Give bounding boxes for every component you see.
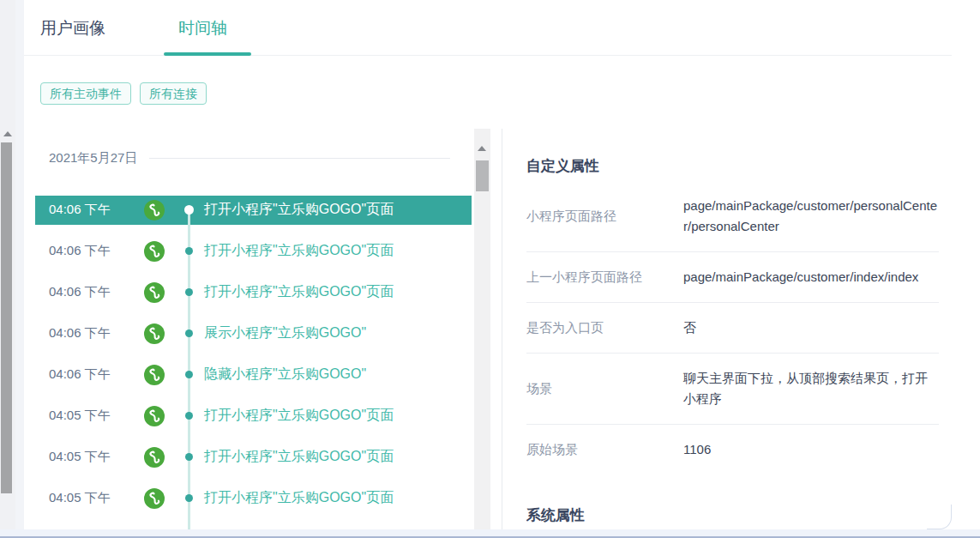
event-time: 04:05 下午 [49, 408, 111, 424]
timeline-dot [185, 247, 193, 255]
timeline-list-scrollbar[interactable] [474, 129, 490, 529]
timeline-event-row[interactable]: 04:06 下午 打开小程序"立乐购GOGO"页面 [24, 231, 474, 272]
wechat-miniprogram-icon [144, 406, 165, 426]
timeline-event-row[interactable]: 04:05 下午 打开小程序"立乐购GOGO"页面 [24, 396, 474, 437]
wechat-miniprogram-icon [144, 282, 165, 303]
date-label: 2021年5月27日 [49, 150, 137, 166]
timeline-dot [185, 453, 193, 461]
wechat-miniprogram-icon [144, 241, 165, 262]
date-header: 2021年5月27日 [49, 150, 450, 166]
event-time: 04:05 下午 [49, 490, 111, 506]
timeline-vertical-line [188, 209, 190, 529]
outer-scrollbar-thumb[interactable] [1, 142, 12, 493]
date-divider-line [149, 158, 450, 159]
list-scrollbar-thumb[interactable] [476, 160, 489, 191]
event-time: 04:06 下午 [49, 325, 111, 342]
timeline-event-row[interactable]: 04:06 下午 展示小程序"立乐购GOGO" [24, 313, 474, 354]
wechat-miniprogram-icon [144, 200, 165, 221]
event-time: 04:06 下午 [49, 202, 111, 218]
custom-properties-title: 自定义属性 [526, 156, 939, 176]
event-title[interactable]: 隐藏小程序"立乐购GOGO" [204, 366, 366, 384]
event-time: 04:06 下午 [49, 366, 111, 383]
property-row: 上一小程序页面路径 page/mainPackage/customer/inde… [526, 252, 939, 303]
event-time: 04:06 下午 [49, 243, 111, 259]
timeline-event-row[interactable]: 04:05 下午 打开小程序"立乐购GOGO"页面 [24, 437, 474, 478]
wechat-miniprogram-icon [144, 447, 165, 468]
timeline-event-row[interactable]: 04:05 下午 打开小程序"立乐购GOGO"页面 [24, 478, 474, 519]
wechat-miniprogram-icon [144, 488, 165, 509]
outer-vertical-scrollbar[interactable] [0, 0, 15, 538]
timeline-dot [184, 205, 194, 215]
system-properties-title: 系统属性 [526, 505, 939, 525]
filter-all-connections[interactable]: 所有连接 [140, 82, 207, 105]
filter-all-active-events[interactable]: 所有主动事件 [40, 82, 131, 105]
timeline-dot [185, 412, 193, 420]
filter-chips: 所有主动事件 所有连接 [40, 82, 207, 105]
property-label: 场景 [526, 378, 683, 399]
wechat-miniprogram-icon [144, 365, 165, 385]
scroll-up-icon[interactable] [3, 131, 12, 136]
tab-user-profile[interactable]: 用户画像 [40, 17, 105, 39]
property-label: 上一小程序页面路径 [526, 267, 683, 287]
content-card: 用户画像 时间轴 所有主动事件 所有连接 2021年5月27日 04:06 下午 [24, 0, 952, 529]
property-row: 场景 聊天主界面下拉，从顶部搜索结果页，打开小程序 [526, 354, 939, 425]
event-title[interactable]: 打开小程序"立乐购GOGO"页面 [204, 489, 394, 507]
wechat-miniprogram-icon [144, 323, 165, 344]
property-row: 小程序页面路径 page/mainPackage/customer/person… [526, 181, 939, 252]
event-title[interactable]: 展示小程序"立乐购GOGO" [204, 324, 366, 342]
event-time: 04:05 下午 [49, 449, 111, 465]
property-value: page/mainPackage/customer/index/index [683, 267, 939, 287]
event-title[interactable]: 打开小程序"立乐购GOGO"页面 [204, 201, 394, 219]
bottom-window-edge [0, 529, 980, 538]
event-list: 04:06 下午 打开小程序"立乐购GOGO"页面 04:06 下午 打开小程序… [24, 190, 474, 519]
tabs-bar: 用户画像 时间轴 [24, 0, 952, 56]
property-value: page/mainPackage/customer/personalCenter… [683, 196, 939, 237]
timeline-dot [185, 288, 193, 296]
event-title[interactable]: 打开小程序"立乐购GOGO"页面 [204, 407, 394, 425]
tab-timeline[interactable]: 时间轴 [178, 17, 227, 39]
timeline-event-row[interactable]: 04:06 下午 打开小程序"立乐购GOGO"页面 [24, 190, 474, 231]
timeline-dot [185, 329, 193, 337]
event-title[interactable]: 打开小程序"立乐购GOGO"页面 [204, 242, 394, 260]
property-value: 聊天主界面下拉，从顶部搜索结果页，打开小程序 [683, 368, 939, 409]
left-gutter [15, 0, 24, 529]
property-value: 否 [683, 317, 939, 338]
timeline-event-row[interactable]: 04:06 下午 打开小程序"立乐购GOGO"页面 [24, 272, 474, 313]
timeline-dot [185, 371, 193, 378]
active-tab-underline [164, 52, 251, 56]
event-details-panel: 自定义属性 小程序页面路径 page/mainPackage/customer/… [526, 129, 939, 529]
property-label: 是否为入口页 [526, 317, 683, 338]
timeline-dot [185, 494, 193, 502]
property-row: 原始场景 1106 [526, 425, 939, 475]
scroll-up-icon[interactable] [478, 146, 486, 151]
timeline-event-row[interactable]: 04:06 下午 隐藏小程序"立乐购GOGO" [24, 354, 474, 396]
event-title[interactable]: 打开小程序"立乐购GOGO"页面 [204, 448, 394, 466]
property-row: 是否为入口页 否 [526, 303, 939, 354]
event-title[interactable]: 打开小程序"立乐购GOGO"页面 [204, 283, 394, 301]
user-timeline-page: 用户画像 时间轴 所有主动事件 所有连接 2021年5月27日 04:06 下午 [0, 0, 980, 538]
property-label: 原始场景 [526, 439, 683, 460]
event-time: 04:06 下午 [49, 284, 111, 300]
panel-divider [502, 129, 502, 529]
timeline-list: 2021年5月27日 04:06 下午 打开小程序"立乐购GOGO"页面 04:… [24, 129, 474, 529]
property-label: 小程序页面路径 [526, 206, 683, 227]
property-value: 1106 [683, 439, 939, 460]
